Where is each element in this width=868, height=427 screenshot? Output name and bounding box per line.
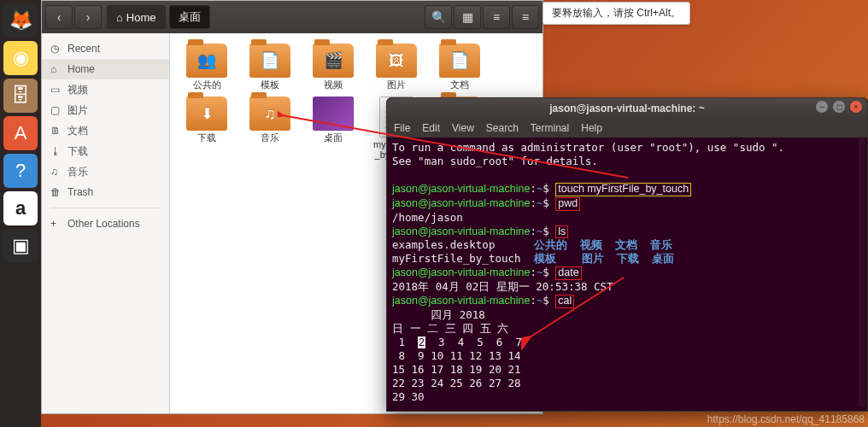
terminal-scrollbar[interactable] <box>859 137 865 407</box>
ime-tooltip-text: 要释放输入，请按 Ctrl+Alt。 <box>552 7 681 19</box>
nautilus-toolbar: ‹ › ⌂ Home 桌面 🔍 ▦ ≡ ≡ <box>42 1 542 33</box>
sidebar-label: Other Locations <box>67 218 140 230</box>
launcher-amazon-icon[interactable]: a <box>3 191 38 225</box>
clock-icon: ◷ <box>50 43 62 55</box>
sidebar-label: 音乐 <box>67 165 88 179</box>
path-home[interactable]: ⌂ Home <box>107 5 166 29</box>
sidebar-item-trash[interactable]: 🗑Trash <box>42 182 169 202</box>
menu-terminal[interactable]: Terminal <box>531 122 569 134</box>
document-icon: 🗎 <box>50 125 62 137</box>
view-list-button[interactable]: ≡ <box>483 5 510 29</box>
terminal-titlebar[interactable]: jason@jason-virtual-machine: ~ – ◻ × <box>387 98 867 119</box>
plus-icon: + <box>50 218 62 230</box>
search-button[interactable]: 🔍 <box>425 5 452 29</box>
sidebar-label: 下载 <box>67 144 88 159</box>
unity-launcher: 🦊 ◉ 🗄 A ? a ▣ <box>0 0 41 427</box>
launcher-help-icon[interactable]: ? <box>3 154 38 188</box>
sidebar-item-pictures[interactable]: ▢图片 <box>42 100 169 120</box>
launcher-software-icon[interactable]: A <box>3 116 38 150</box>
view-grid-button[interactable]: ▦ <box>454 5 481 29</box>
desktop-icon <box>313 97 354 131</box>
sidebar-label: 图片 <box>67 103 88 118</box>
file-item[interactable]: 桌面 <box>303 97 363 160</box>
forward-button[interactable]: › <box>74 5 102 29</box>
launcher-files-icon[interactable]: 🗄 <box>3 79 38 113</box>
file-label: 桌面 <box>324 132 343 143</box>
launcher-terminal-icon[interactable]: ▣ <box>3 229 38 263</box>
folder-icon: 📄 <box>249 44 290 78</box>
path-desktop[interactable]: 桌面 <box>169 5 210 29</box>
home-icon: ⌂ <box>50 63 62 75</box>
terminal-window: jason@jason-virtual-machine: ~ – ◻ × Fil… <box>386 97 868 412</box>
folder-icon: ⬇ <box>186 97 227 131</box>
file-item[interactable]: 🖼图片 <box>367 44 426 90</box>
close-button[interactable]: × <box>850 101 862 113</box>
file-label: 视频 <box>324 79 343 90</box>
terminal-body[interactable]: To run a command as administrator (user … <box>387 137 867 411</box>
launcher-media-icon[interactable]: ◉ <box>3 41 38 75</box>
sidebar-label: Home <box>67 63 95 75</box>
sidebar-item-recent[interactable]: ◷Recent <box>42 38 169 59</box>
file-item[interactable]: ⬇下载 <box>177 97 237 160</box>
sidebar-label: 文档 <box>67 124 88 138</box>
minimize-button[interactable]: – <box>816 101 828 113</box>
path-desktop-label: 桌面 <box>179 9 201 25</box>
watermark: https://blog.csdn.net/qq_41185868 <box>707 413 865 425</box>
nautilus-sidebar: ◷Recent ⌂Home ▭视频 ▢图片 🗎文档 ⭳下载 ♫音乐 🗑Trash… <box>42 33 170 413</box>
sidebar-label: 视频 <box>67 83 88 97</box>
picture-icon: ▢ <box>50 104 62 116</box>
file-label: 模板 <box>261 79 279 90</box>
file-label: 文档 <box>450 79 469 90</box>
menu-search[interactable]: Search <box>486 122 519 134</box>
sidebar-item-home[interactable]: ⌂Home <box>42 59 169 79</box>
folder-icon: 🖼 <box>376 44 417 78</box>
folder-icon: ♫ <box>249 97 290 131</box>
music-icon: ♫ <box>50 166 62 178</box>
file-label: 下载 <box>197 132 216 143</box>
maximize-button[interactable]: ◻ <box>833 101 845 113</box>
sidebar-item-videos[interactable]: ▭视频 <box>42 79 169 100</box>
download-icon: ⭳ <box>50 145 62 157</box>
file-label: 音乐 <box>261 132 279 143</box>
video-icon: ▭ <box>50 84 62 96</box>
folder-icon: 🎬 <box>313 44 354 78</box>
folder-icon: 👥 <box>186 44 227 78</box>
sidebar-item-music[interactable]: ♫音乐 <box>42 161 169 182</box>
menu-file[interactable]: File <box>394 122 410 134</box>
ime-tooltip: 要释放输入，请按 Ctrl+Alt。 <box>542 2 690 25</box>
sidebar-item-other[interactable]: +Other Locations <box>42 214 169 234</box>
file-item[interactable]: 🎬视频 <box>303 44 363 90</box>
file-label: 公共的 <box>193 79 221 90</box>
menu-help[interactable]: Help <box>581 122 602 134</box>
file-item[interactable]: 📄文档 <box>430 44 490 90</box>
file-item[interactable]: 📄模板 <box>240 44 300 90</box>
back-button[interactable]: ‹ <box>45 5 73 29</box>
sidebar-item-downloads[interactable]: ⭳下载 <box>42 141 169 161</box>
terminal-menubar: File Edit View Search Terminal Help <box>387 119 867 137</box>
breadcrumb: ⌂ Home 桌面 <box>107 5 210 29</box>
sidebar-item-documents[interactable]: 🗎文档 <box>42 120 169 141</box>
file-label: 图片 <box>387 79 406 90</box>
menu-view[interactable]: View <box>452 122 474 134</box>
folder-icon: 📄 <box>439 44 480 78</box>
sidebar-label: Trash <box>67 186 93 198</box>
menu-edit[interactable]: Edit <box>422 122 440 134</box>
path-home-label: Home <box>126 11 156 24</box>
terminal-title: jason@jason-virtual-machine: ~ <box>549 102 704 114</box>
trash-icon: 🗑 <box>50 186 62 198</box>
sidebar-label: Recent <box>67 43 100 55</box>
launcher-firefox-icon[interactable]: 🦊 <box>3 3 38 38</box>
file-item[interactable]: ♫音乐 <box>240 97 300 160</box>
hamburger-button[interactable]: ≡ <box>512 5 539 29</box>
file-item[interactable]: 👥公共的 <box>177 44 237 90</box>
